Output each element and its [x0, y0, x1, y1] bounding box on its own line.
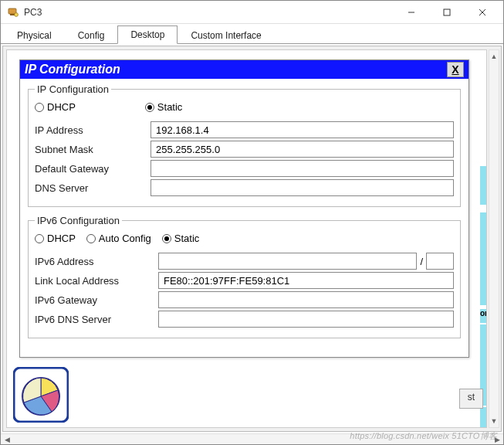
radio-label: DHCP — [47, 233, 76, 244]
ipv6-gateway-input[interactable] — [158, 291, 454, 308]
close-button[interactable] — [465, 2, 500, 23]
ipv6-prefix-slash: / — [417, 256, 426, 267]
vertical-scrollbar[interactable]: ▲ ▼ — [489, 49, 499, 428]
ipv6-prefix-input[interactable] — [426, 253, 454, 270]
ip-address-input[interactable] — [151, 121, 454, 138]
dialog-title: IP Configuration — [25, 63, 447, 76]
link-local-input[interactable] — [158, 272, 454, 289]
tab-custom-interface[interactable]: Custom Interface — [178, 26, 274, 44]
ipv6-dns-input[interactable] — [158, 311, 454, 328]
radio-label: Static — [157, 101, 183, 113]
subnet-mask-label: Subnet Mask — [35, 144, 151, 155]
panel-edge — [480, 212, 486, 305]
partial-side-button[interactable]: st — [459, 389, 483, 409]
titlebar: PC3 — [1, 1, 503, 24]
ipv4-mode-row: DHCP Static — [35, 98, 454, 119]
dialog-body: IP Configuration DHCP Static — [20, 79, 468, 357]
ipv4-static-radio[interactable]: Static — [145, 101, 183, 113]
app-icon — [7, 6, 19, 19]
ipv6-dns-label: IPv6 DNS Server — [35, 314, 158, 325]
radio-icon — [145, 103, 154, 112]
watermark: https://blog.csdn.net/weix 51CTO博客 — [350, 430, 497, 442]
radio-label: Auto Config — [99, 233, 151, 244]
desktop-icons — [13, 367, 69, 423]
window-controls — [394, 2, 500, 23]
ipv4-fieldset: IP Configuration DHCP Static — [28, 83, 461, 207]
desktop-pane: or IP Configuration X IP Configuration — [2, 46, 502, 432]
ipv6-address-label: IPv6 Address — [35, 256, 158, 267]
ipv6-gateway-label: IPv6 Gateway — [35, 294, 158, 306]
scroll-left-icon[interactable]: ◀ — [1, 434, 13, 444]
maximize-button[interactable] — [429, 2, 465, 23]
radio-icon — [86, 234, 96, 243]
ipv6-dhcp-radio[interactable]: DHCP — [35, 233, 76, 244]
default-gateway-label: Default Gateway — [35, 163, 151, 175]
radio-icon — [35, 234, 44, 243]
ipv6-auto-radio[interactable]: Auto Config — [86, 233, 151, 244]
radio-icon — [35, 103, 44, 112]
tab-config[interactable]: Config — [65, 26, 118, 44]
link-local-label: Link Local Address — [35, 275, 158, 287]
ip-config-dialog: IP Configuration X IP Configuration DHCP — [19, 59, 469, 358]
ipv4-legend: IP Configuration — [35, 83, 111, 95]
radio-icon — [162, 234, 171, 243]
dns-server-label: DNS Server — [35, 182, 151, 194]
default-gateway-input[interactable] — [151, 160, 454, 177]
tab-physical[interactable]: Physical — [4, 26, 65, 44]
scroll-down-icon[interactable]: ▼ — [489, 415, 499, 427]
ipv6-mode-row: DHCP Auto Config Static — [35, 229, 454, 250]
panel-edge — [480, 166, 486, 205]
desktop-inner: or IP Configuration X IP Configuration — [6, 49, 487, 428]
app-window: PC3 Physical Config Desktop Custom Inter… — [0, 0, 504, 445]
ipv6-fieldset: IPv6 Configuration DHCP Auto Config — [28, 215, 461, 338]
radio-label: Static — [174, 233, 200, 244]
traffic-generator-icon[interactable] — [13, 367, 69, 423]
subnet-mask-input[interactable] — [151, 141, 454, 158]
ipv6-address-input[interactable] — [158, 253, 417, 270]
ipv6-static-radio[interactable]: Static — [162, 233, 200, 244]
panel-edge — [480, 407, 486, 428]
dialog-titlebar: IP Configuration X — [20, 60, 468, 79]
svg-rect-4 — [444, 9, 450, 15]
tabstrip: Physical Config Desktop Custom Interface — [1, 24, 503, 44]
ip-address-label: IP Address — [35, 124, 151, 136]
tab-desktop[interactable]: Desktop — [117, 25, 178, 44]
panel-edge-label: or — [480, 309, 486, 323]
scroll-up-icon[interactable]: ▲ — [489, 50, 499, 63]
dialog-close-button[interactable]: X — [447, 62, 464, 77]
svg-point-2 — [15, 12, 19, 16]
svg-rect-1 — [10, 14, 15, 15]
ipv6-legend: IPv6 Configuration — [35, 215, 122, 226]
dns-server-input[interactable] — [151, 179, 454, 196]
ipv4-dhcp-radio[interactable]: DHCP — [35, 101, 76, 113]
window-title: PC3 — [24, 7, 394, 18]
minimize-button[interactable] — [394, 2, 429, 23]
radio-label: DHCP — [47, 101, 76, 113]
